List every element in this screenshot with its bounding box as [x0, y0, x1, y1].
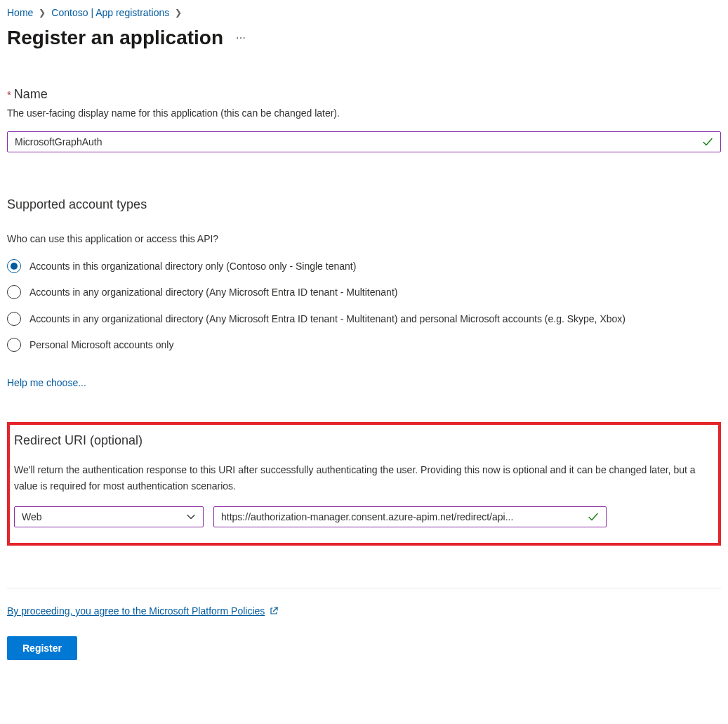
divider: [7, 588, 721, 588]
radio-label: Accounts in any organizational directory…: [29, 284, 397, 299]
redirect-uri-highlight: Redirect URI (optional) We'll return the…: [7, 422, 721, 546]
platform-policies-link[interactable]: By proceeding, you agree to the Microsof…: [7, 605, 265, 617]
redirect-uri-input[interactable]: [221, 511, 599, 522]
register-button[interactable]: Register: [7, 636, 77, 660]
account-types-question: Who can use this application or access t…: [7, 233, 721, 244]
redirect-uri-input-container: [213, 506, 607, 527]
name-label: Name: [14, 87, 48, 102]
radio-label: Accounts in any organizational directory…: [29, 311, 626, 326]
radio-personal-only[interactable]: Personal Microsoft accounts only: [7, 337, 721, 352]
page-title-row: Register an application ⋯: [7, 27, 721, 49]
page-title: Register an application: [7, 27, 223, 49]
name-input[interactable]: [15, 136, 713, 147]
radio-label: Accounts in this organizational director…: [29, 258, 356, 273]
chevron-down-icon: [186, 512, 196, 522]
help-me-choose-link[interactable]: Help me choose...: [7, 377, 86, 388]
radio-icon: [7, 285, 21, 299]
radio-single-tenant[interactable]: Accounts in this organizational director…: [7, 258, 721, 273]
breadcrumb: Home ❯ Contoso | App registrations ❯: [7, 7, 721, 18]
external-link-icon: [269, 606, 279, 616]
radio-icon: [7, 312, 21, 326]
radio-multitenant-personal[interactable]: Accounts in any organizational directory…: [7, 311, 721, 326]
chevron-right-icon: ❯: [39, 8, 46, 18]
radio-label: Personal Microsoft accounts only: [29, 337, 173, 352]
radio-icon: [7, 259, 21, 273]
more-menu-icon[interactable]: ⋯: [236, 32, 246, 44]
name-description: The user-facing display name for this ap…: [7, 107, 721, 119]
platform-select-value: Web: [22, 511, 42, 522]
name-input-container: [7, 131, 721, 152]
account-types-heading: Supported account types: [7, 197, 721, 212]
required-asterisk: *: [7, 88, 11, 100]
redirect-uri-description: We'll return the authentication response…: [14, 462, 714, 494]
radio-multitenant[interactable]: Accounts in any organizational directory…: [7, 284, 721, 299]
account-types-radio-group: Accounts in this organizational director…: [7, 258, 721, 352]
breadcrumb-home[interactable]: Home: [7, 7, 33, 18]
policies-row: By proceeding, you agree to the Microsof…: [7, 605, 721, 617]
chevron-right-icon: ❯: [175, 8, 182, 18]
breadcrumb-org[interactable]: Contoso | App registrations: [51, 7, 169, 18]
checkmark-icon: [702, 136, 713, 147]
redirect-uri-heading: Redirect URI (optional): [14, 433, 714, 448]
platform-select[interactable]: Web: [14, 506, 204, 527]
radio-icon: [7, 338, 21, 352]
checkmark-icon: [588, 511, 599, 522]
